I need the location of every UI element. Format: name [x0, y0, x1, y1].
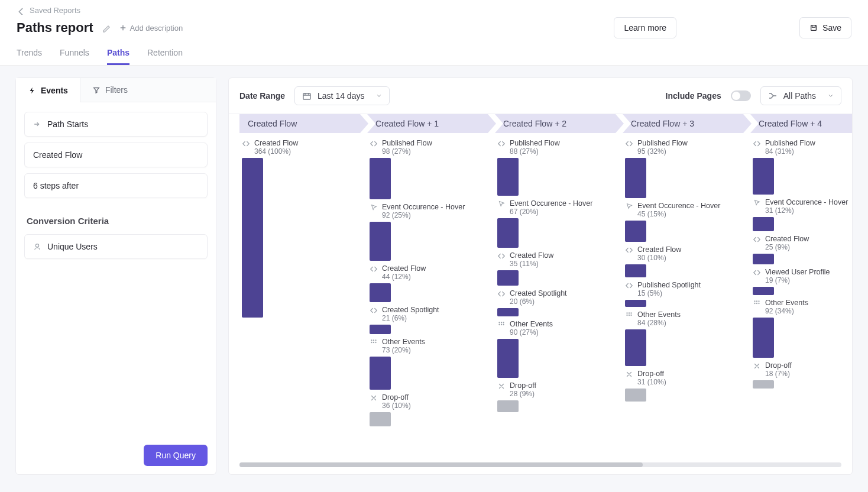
path-step-header: Created Flow — [239, 114, 368, 133]
path-event[interactable]: Published Flow95 (32%) — [625, 139, 746, 198]
event-value: 364 (100%) — [254, 147, 298, 156]
code-icon — [497, 140, 506, 148]
nav-tabs: TrendsFunnelsPathsRetention — [17, 48, 851, 65]
page-title: Paths report — [17, 20, 93, 35]
event-bar — [625, 389, 646, 402]
all-paths-selector[interactable]: All Paths — [760, 86, 841, 105]
path-event[interactable]: Published Flow84 (31%) — [753, 139, 852, 195]
event-name: Created Flow — [765, 235, 809, 243]
include-pages-toggle[interactable] — [731, 90, 751, 101]
event-bar — [242, 158, 263, 318]
learn-more-button[interactable]: Learn more — [614, 17, 676, 38]
query-sidebar: Events Filters Path Starts Created Flow … — [15, 77, 216, 475]
tab-funnels[interactable]: Funnels — [60, 48, 89, 65]
event-value: 90 (27%) — [510, 328, 553, 336]
event-value: 44 (12%) — [382, 273, 426, 281]
path-event[interactable]: Other Events92 (34%) — [753, 299, 852, 358]
plus-icon — [119, 24, 127, 31]
path-event[interactable]: Created Flow364 (100%) — [242, 139, 362, 318]
event-bar — [370, 222, 391, 261]
horizontal-scrollbar[interactable] — [239, 462, 841, 467]
path-event[interactable]: Created Flow30 (10%) — [625, 245, 746, 277]
code-icon — [370, 306, 378, 315]
start-event-card[interactable]: Created Flow — [24, 143, 208, 167]
event-value: 25 (9%) — [765, 243, 809, 251]
path-event[interactable]: Event Occurence - Hover92 (25%) — [370, 203, 490, 261]
event-value: 73 (20%) — [382, 346, 425, 354]
event-name: Published Spotlight — [637, 281, 701, 289]
path-event[interactable]: Published Spotlight15 (5%) — [625, 281, 746, 307]
path-event[interactable]: Published Flow88 (27%) — [497, 139, 618, 196]
sidebar-tab-filters[interactable]: Filters — [80, 78, 216, 102]
event-value: 88 (27%) — [510, 147, 560, 156]
save-button[interactable]: Save — [799, 17, 851, 38]
conversion-criteria-card[interactable]: Unique Users — [24, 234, 208, 259]
event-name: Other Events — [382, 338, 425, 346]
event-value: 31 (10%) — [637, 378, 666, 386]
path-event[interactable]: Drop-off31 (10%) — [625, 370, 746, 402]
path-event[interactable]: Event Occurence - Hover31 (12%) — [753, 198, 852, 231]
event-bar — [370, 283, 391, 302]
date-range-selector[interactable]: Last 14 days — [294, 86, 390, 105]
path-event[interactable]: Event Occurence - Hover67 (20%) — [497, 199, 618, 248]
path-event[interactable]: Viewed User Profile19 (7%) — [753, 268, 852, 295]
save-icon — [809, 24, 818, 32]
path-event[interactable]: Drop-off36 (10%) — [370, 393, 490, 426]
run-query-button[interactable]: Run Query — [144, 445, 208, 466]
event-name: Drop-off — [765, 361, 792, 370]
sidebar-tab-events[interactable]: Events — [16, 78, 80, 102]
event-value: 18 (7%) — [765, 370, 792, 378]
event-bar — [370, 158, 391, 199]
tab-trends[interactable]: Trends — [17, 48, 42, 65]
path-step-column: Created Flow + 3Published Flow95 (32%)Ev… — [623, 114, 750, 436]
event-name: Created Flow — [637, 245, 681, 254]
path-event[interactable]: Created Flow25 (9%) — [753, 235, 852, 264]
event-value: 21 (6%) — [382, 314, 439, 322]
event-name: Created Flow — [382, 264, 426, 273]
back-to-saved-reports[interactable]: Saved Reports — [17, 6, 851, 15]
path-event[interactable]: Created Spotlight20 (6%) — [497, 289, 618, 316]
grid-icon — [625, 311, 633, 319]
path-event[interactable]: Other Events73 (20%) — [370, 338, 490, 390]
path-event[interactable]: Drop-off18 (7%) — [753, 361, 852, 389]
tab-paths[interactable]: Paths — [107, 48, 129, 65]
event-bar — [753, 217, 774, 231]
event-name: Drop-off — [637, 370, 666, 378]
event-value: 15 (5%) — [637, 289, 701, 297]
event-name: Published Flow — [765, 139, 815, 147]
path-event[interactable]: Other Events90 (27%) — [497, 320, 618, 378]
event-bar — [753, 158, 774, 195]
event-value: 19 (7%) — [765, 276, 830, 284]
event-bar — [753, 254, 774, 264]
event-bar — [625, 264, 646, 277]
code-icon — [370, 140, 378, 148]
path-event[interactable]: Created Flow35 (11%) — [497, 251, 618, 286]
arrow-right-icon — [33, 120, 41, 128]
add-description[interactable]: Add description — [119, 24, 183, 33]
event-name: Event Occurence - Hover — [637, 202, 720, 210]
path-event[interactable]: Event Occurence - Hover45 (15%) — [625, 202, 746, 242]
tab-retention[interactable]: Retention — [147, 48, 183, 65]
steps-after-card[interactable]: 6 steps after — [24, 173, 208, 198]
event-bar — [497, 400, 519, 412]
path-event[interactable]: Created Spotlight21 (6%) — [370, 306, 490, 334]
date-range-label: Date Range — [239, 91, 285, 101]
event-value: 20 (6%) — [510, 297, 567, 306]
path-event[interactable]: Created Flow44 (12%) — [370, 264, 490, 302]
event-bar — [497, 308, 519, 316]
event-bar — [497, 218, 519, 248]
event-name: Created Flow — [254, 139, 298, 147]
edit-title-icon[interactable] — [102, 23, 111, 33]
event-name: Other Events — [765, 299, 808, 307]
path-event[interactable]: Drop-off28 (9%) — [497, 381, 618, 412]
event-bar — [497, 270, 519, 286]
path-event[interactable]: Other Events84 (28%) — [625, 310, 746, 366]
event-bar — [370, 357, 391, 390]
chevron-down-icon — [828, 93, 834, 99]
event-bar — [625, 221, 646, 242]
event-value: 35 (11%) — [510, 260, 553, 268]
event-bar — [753, 318, 774, 358]
path-starts-card[interactable]: Path Starts — [24, 112, 208, 137]
path-event[interactable]: Published Flow98 (27%) — [370, 139, 490, 199]
results-canvas: Date Range Last 14 days Include Pages Al… — [228, 77, 853, 475]
